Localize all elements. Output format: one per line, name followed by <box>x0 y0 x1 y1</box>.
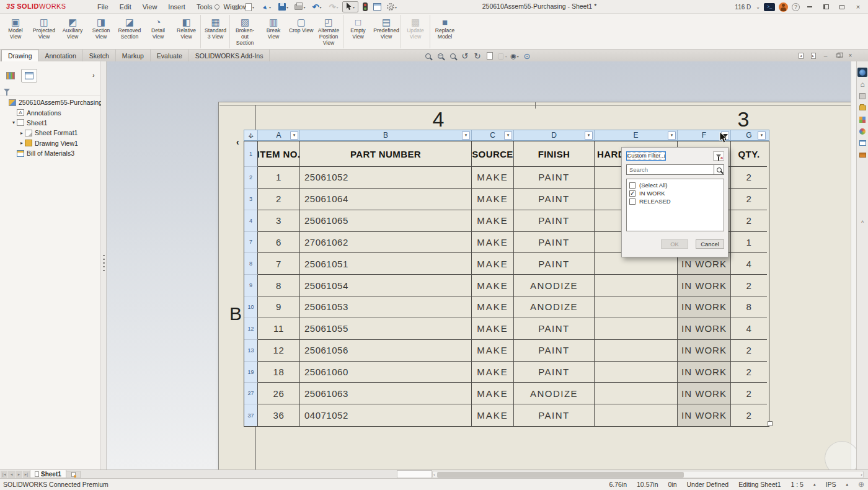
filter-search-input[interactable] <box>626 164 714 175</box>
command-tab[interactable]: Markup <box>116 50 151 61</box>
menu-item[interactable]: Insert <box>162 0 191 14</box>
header-cell-item-no[interactable]: ITEM NO. <box>258 141 300 167</box>
cell-hardware[interactable] <box>595 340 678 362</box>
row-number[interactable]: 9 <box>244 275 258 296</box>
ribbon-button[interactable]: ◪ Removed Section <box>115 15 144 48</box>
cell-finish[interactable]: PAINT <box>514 232 595 254</box>
cell-item-no[interactable]: 3 <box>258 210 300 232</box>
cell-finish[interactable]: PAINT <box>514 404 595 426</box>
cell-source[interactable]: MAKE <box>472 362 514 383</box>
previous-document-icon[interactable]: ◂ <box>795 51 806 60</box>
ribbon-button[interactable]: ▥ Break View <box>259 15 288 48</box>
cell-item-no[interactable]: 36 <box>258 404 300 426</box>
row-number[interactable]: 7 <box>244 232 258 254</box>
cell-qty[interactable]: 2 <box>731 340 767 362</box>
redraw-icon[interactable]: ▾ <box>472 51 482 61</box>
command-tab[interactable]: Drawing <box>1 50 39 61</box>
next-sheet-icon[interactable]: ▸ <box>16 471 22 478</box>
cell-part-number[interactable]: 25061055 <box>300 318 472 340</box>
cell-part-number[interactable]: 27061062 <box>300 232 472 254</box>
filter-option[interactable]: RELEASED <box>627 197 724 205</box>
cell-source[interactable]: MAKE <box>472 340 514 362</box>
filter-option[interactable]: IN WORK <box>627 189 724 197</box>
custom-filter-button[interactable]: Custom Filter... <box>626 151 666 161</box>
hide-show-items-icon[interactable]: ▾ <box>510 51 520 61</box>
cell-item-no[interactable]: 11 <box>258 318 300 340</box>
cell-qty[interactable]: 2 <box>731 275 767 296</box>
cell-finish[interactable]: ANODIZE <box>514 383 595 404</box>
ribbon-button[interactable]: □ Empty View <box>344 15 373 48</box>
tree-filter-bar[interactable] <box>0 85 101 96</box>
sheet-tab-active[interactable]: Sheet1 <box>30 470 66 478</box>
command-tab[interactable]: SOLIDWORKS Add-Ins <box>189 50 270 61</box>
cell-source[interactable]: MAKE <box>472 253 514 275</box>
tree-expand-arrow[interactable]: ▸ <box>19 140 25 146</box>
ok-button[interactable]: OK <box>661 239 688 249</box>
tree-item[interactable]: 250610Assem55-Purchasing <box>1 97 99 107</box>
table-anchor-arrow-icon[interactable]: ‹ <box>236 137 239 147</box>
close-button[interactable]: × <box>852 1 864 12</box>
panel-expand-chevron-icon[interactable]: › <box>92 71 95 79</box>
cancel-button[interactable]: Cancel <box>696 239 724 249</box>
cell-source[interactable]: MAKE <box>472 189 514 210</box>
column-header-e[interactable]: E▾ <box>595 130 678 140</box>
panel-splitter[interactable] <box>101 61 107 470</box>
print-icon[interactable]: ▾ <box>292 1 308 12</box>
cell-finish[interactable]: PAINT <box>514 189 595 210</box>
doc-restore-icon[interactable] <box>833 51 843 60</box>
row-number[interactable]: 37 <box>244 404 258 426</box>
cell-state[interactable]: IN WORK <box>678 340 731 362</box>
checkbox-icon[interactable] <box>629 198 636 205</box>
filter-option[interactable]: (Select All) <box>627 181 724 189</box>
cell-state[interactable]: IN WORK <box>678 362 731 383</box>
cell-item-no[interactable]: 9 <box>258 296 300 318</box>
prev-sheet-icon[interactable]: ◂ <box>8 471 15 478</box>
cell-state[interactable]: IN WORK <box>678 383 731 404</box>
resources-icon[interactable] <box>857 68 867 77</box>
save-icon[interactable]: ▾ <box>275 1 291 12</box>
display-style-icon[interactable]: ▾ <box>497 51 507 61</box>
cell-item-no[interactable]: 26 <box>258 383 300 404</box>
last-sheet-icon[interactable]: ▸| <box>23 471 30 478</box>
next-document-icon[interactable]: ▸ <box>808 51 818 60</box>
design-library-icon[interactable] <box>857 115 867 124</box>
cell-hardware[interactable] <box>595 296 678 318</box>
cell-part-number[interactable]: 04071052 <box>300 404 472 426</box>
command-tab[interactable]: Sketch <box>83 50 116 61</box>
custom-properties-icon[interactable] <box>857 138 867 148</box>
column-header-b[interactable]: B▾ <box>300 130 472 140</box>
ribbon-button[interactable]: ▤ Predefined View <box>373 15 401 48</box>
cell-source[interactable]: MAKE <box>472 167 514 189</box>
cell-part-number[interactable]: 25061063 <box>300 383 472 404</box>
cell-state[interactable]: IN WORK <box>678 296 731 318</box>
appearances-icon[interactable] <box>857 127 867 136</box>
toolbox-icon[interactable] <box>857 150 867 159</box>
search-chevron-icon[interactable]: ⌄ <box>756 4 760 10</box>
cell-source[interactable]: MAKE <box>472 275 514 296</box>
cell-source[interactable]: MAKE <box>472 383 514 404</box>
ribbon-button[interactable]: ▨ Broken-out Section <box>231 15 259 48</box>
row-number[interactable]: 10 <box>244 296 258 318</box>
tree-item[interactable]: Bill of Materials3 <box>1 148 99 158</box>
cell-state[interactable]: IN WORK <box>678 318 731 340</box>
file-explorer-icon[interactable] <box>857 103 867 112</box>
cell-source[interactable]: MAKE <box>472 296 514 318</box>
doc-close-icon[interactable]: × <box>845 51 856 60</box>
cell-qty[interactable]: 2 <box>731 404 767 426</box>
redo-icon[interactable]: ▾ <box>326 1 342 12</box>
command-tab[interactable]: Annotation <box>39 50 83 61</box>
cell-hardware[interactable] <box>595 404 678 426</box>
command-tab[interactable]: Evaluate <box>151 50 189 61</box>
table-move-handle[interactable]: ↔↕ ▴▴ <box>244 130 258 140</box>
scale-dropdown-icon[interactable]: ▴ <box>813 482 816 487</box>
restore-button[interactable] <box>836 1 848 12</box>
doc-minimize-icon[interactable]: – <box>820 51 831 60</box>
cell-finish[interactable]: PAINT <box>514 167 595 189</box>
cell-finish[interactable]: PAINT <box>514 340 595 362</box>
menu-item[interactable]: Edit <box>114 0 137 14</box>
checkbox-icon[interactable] <box>629 190 636 197</box>
select-icon[interactable]: ▾ <box>342 1 358 12</box>
status-globe-icon[interactable]: ⊕ <box>858 481 864 488</box>
cell-item-no[interactable]: 2 <box>258 189 300 210</box>
column-header-d[interactable]: D▾ <box>514 130 595 140</box>
